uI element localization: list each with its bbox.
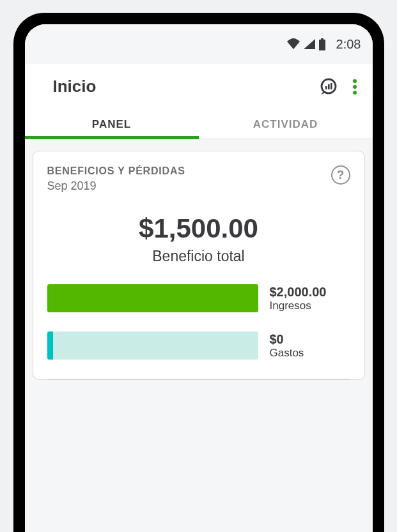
page-title: Inicio	[53, 77, 319, 96]
svg-rect-4	[328, 84, 330, 89]
battery-icon	[318, 38, 326, 50]
content-area: BENEFICIOS Y PÉRDIDAS Sep 2019 ? $1,500.…	[25, 139, 373, 532]
help-icon[interactable]: ?	[331, 165, 350, 185]
expense-row: $0 Gastos	[47, 331, 350, 360]
tab-label: PANEL	[92, 118, 131, 130]
svg-point-7	[353, 85, 357, 89]
status-bar: 2:08	[25, 24, 373, 64]
card-title: BENEFICIOS Y PÉRDIDAS	[47, 165, 331, 177]
expense-category: Gastos	[270, 347, 350, 360]
expense-bar	[47, 331, 258, 360]
expense-amount: $0	[270, 332, 350, 347]
phone-screen: 2:08 Inicio	[25, 24, 373, 532]
income-bar	[47, 284, 258, 312]
svg-rect-1	[319, 40, 325, 50]
cellular-icon	[303, 38, 316, 50]
header-actions	[319, 77, 357, 96]
chat-chart-icon[interactable]	[319, 77, 338, 96]
svg-rect-0	[321, 38, 323, 40]
tab-actividad[interactable]: ACTIVIDAD	[199, 108, 373, 139]
tab-label: ACTIVIDAD	[253, 118, 318, 130]
status-time: 2:08	[336, 37, 361, 52]
phone-frame: 2:08 Inicio	[13, 13, 384, 532]
card-header: BENEFICIOS Y PÉRDIDAS Sep 2019 ?	[47, 165, 350, 193]
svg-rect-3	[325, 86, 327, 89]
svg-point-8	[353, 91, 357, 95]
app-header: Inicio	[25, 64, 373, 108]
wifi-icon	[286, 38, 300, 50]
svg-rect-5	[331, 83, 332, 89]
more-menu-icon[interactable]	[352, 78, 357, 96]
svg-point-6	[353, 79, 357, 83]
income-amount: $2,000.00	[270, 285, 350, 300]
card-period: Sep 2019	[47, 179, 331, 193]
income-category: Ingresos	[270, 300, 350, 312]
tab-panel[interactable]: PANEL	[25, 108, 199, 139]
card-divider	[47, 379, 350, 379]
total-label: Beneficio total	[47, 248, 350, 265]
total-amount: $1,500.00	[47, 213, 350, 244]
income-row: $2,000.00 Ingresos	[47, 284, 350, 312]
profit-loss-card: BENEFICIOS Y PÉRDIDAS Sep 2019 ? $1,500.…	[33, 151, 365, 380]
status-icons	[286, 38, 326, 50]
tabs: PANEL ACTIVIDAD	[25, 108, 373, 139]
